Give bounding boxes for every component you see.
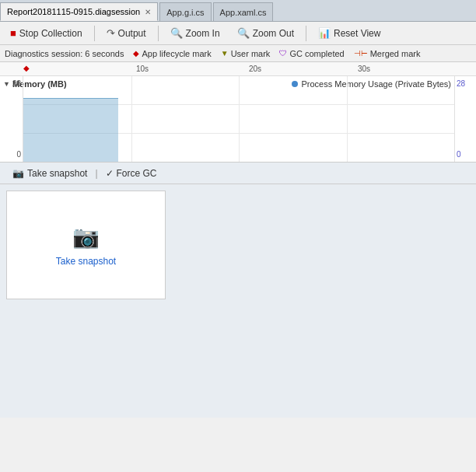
tab-appgi-label: App.g.i.cs xyxy=(166,8,204,17)
y-max-left: 28 xyxy=(2,79,21,88)
tab-bar: Report20181115-0915.diagsession ✕ App.g.… xyxy=(0,0,476,22)
legend-app-lifecycle: ◆ App lifecycle mark xyxy=(133,49,211,58)
camera-small-icon: 📷 xyxy=(12,168,24,179)
tab-appgi[interactable]: App.g.i.cs xyxy=(159,2,211,21)
toolbar-sep-3 xyxy=(306,26,306,41)
snapshot-main: 📷 Take snapshot xyxy=(0,184,476,418)
y-axis-left: 28 0 xyxy=(0,76,23,162)
ruler-20s: 20s xyxy=(249,65,261,73)
zoom-in-button[interactable]: 🔍 Zoom In xyxy=(163,24,227,43)
toolbar-sep-2 xyxy=(158,26,159,41)
tab-diagsession-label: Report20181115-0915.diagsession xyxy=(7,7,140,16)
memory-chart[interactable]: ▼ Memory (MB) Process Memory Usage (Priv… xyxy=(0,76,476,162)
legend-gc-completed: 🛡 GC completed xyxy=(279,49,344,58)
grid-v-2 xyxy=(239,76,240,162)
chart-inner xyxy=(23,76,454,162)
output-label: Output xyxy=(118,28,146,39)
camera-icon: 📷 xyxy=(72,224,100,250)
zoom-out-button[interactable]: 🔍 Zoom Out xyxy=(230,24,301,43)
force-gc-button[interactable]: ✓ Force GC xyxy=(100,164,163,183)
snap-separator: | xyxy=(95,168,97,179)
legend-app-lifecycle-label: App lifecycle mark xyxy=(142,49,211,58)
take-snapshot-toolbar-label: Take snapshot xyxy=(27,168,87,179)
y-axis-right: 28 0 xyxy=(454,76,476,162)
stop-collection-button[interactable]: ■ Stop Collection xyxy=(3,24,89,43)
take-snapshot-toolbar-btn[interactable]: 📷 Take snapshot xyxy=(6,164,93,183)
force-gc-label: Force GC xyxy=(117,168,157,179)
stop-collection-label: Stop Collection xyxy=(19,28,82,39)
zoom-in-icon: 🔍 xyxy=(170,27,183,39)
tab-close-diagsession[interactable]: ✕ xyxy=(145,8,151,16)
memory-usage-bar xyxy=(23,98,118,163)
legend-gc-label: GC completed xyxy=(289,49,344,58)
legend-user-mark: ▼ User mark xyxy=(221,49,271,58)
toolbar: ■ Stop Collection ↷ Output 🔍 Zoom In 🔍 Z… xyxy=(0,22,476,45)
zoom-in-label: Zoom In xyxy=(186,28,220,39)
zoom-out-label: Zoom Out xyxy=(253,28,294,39)
status-bar: Diagnostics session: 6 seconds ◆ App lif… xyxy=(0,45,476,62)
timeline-ruler: ◆ 10s 20s 30s xyxy=(0,62,476,76)
chart-section: ◆ 10s 20s 30s ▼ Memory (MB) Process Memo… xyxy=(0,62,476,163)
session-info: Diagnostics session: 6 seconds xyxy=(5,49,124,58)
merged-icon: ⊣⊢ xyxy=(354,49,368,58)
snapshot-card[interactable]: 📷 Take snapshot xyxy=(6,191,166,299)
take-snapshot-link[interactable]: Take snapshot xyxy=(56,256,116,267)
stop-icon: ■ xyxy=(10,27,16,39)
legend-user-mark-label: User mark xyxy=(231,49,271,58)
tab-diagsession[interactable]: Report20181115-0915.diagsession ✕ xyxy=(0,2,158,21)
y-min-left: 0 xyxy=(2,150,21,159)
ruler-30s: 30s xyxy=(358,65,370,73)
reset-view-button[interactable]: 📊 Reset View xyxy=(311,24,387,43)
tab-appxaml[interactable]: App.xaml.cs xyxy=(213,2,274,21)
output-button[interactable]: ↷ Output xyxy=(100,24,153,43)
y-max-right: 28 xyxy=(457,79,474,88)
triangle-down-icon: ▼ xyxy=(221,49,229,58)
toolbar-sep-1 xyxy=(94,26,95,41)
legend-merged-label: Merged mark xyxy=(370,49,421,58)
timeline-diamond: ◆ xyxy=(23,64,30,72)
y-min-right: 0 xyxy=(457,150,474,159)
shield-icon: 🛡 xyxy=(279,49,287,58)
zoom-out-icon: 🔍 xyxy=(237,27,250,39)
grid-v-3 xyxy=(347,76,348,162)
snapshot-toolbar: 📷 Take snapshot | ✓ Force GC xyxy=(0,163,476,184)
reset-view-icon: 📊 xyxy=(318,27,331,39)
force-gc-icon: ✓ xyxy=(106,168,114,179)
tab-appxaml-label: App.xaml.cs xyxy=(220,8,267,17)
output-icon: ↷ xyxy=(107,27,115,39)
reset-view-label: Reset View xyxy=(334,28,380,39)
grid-v-1 xyxy=(131,76,132,162)
ruler-10s: 10s xyxy=(136,65,149,73)
diamond-icon: ◆ xyxy=(133,49,139,58)
legend-merged-mark: ⊣⊢ Merged mark xyxy=(354,49,421,58)
